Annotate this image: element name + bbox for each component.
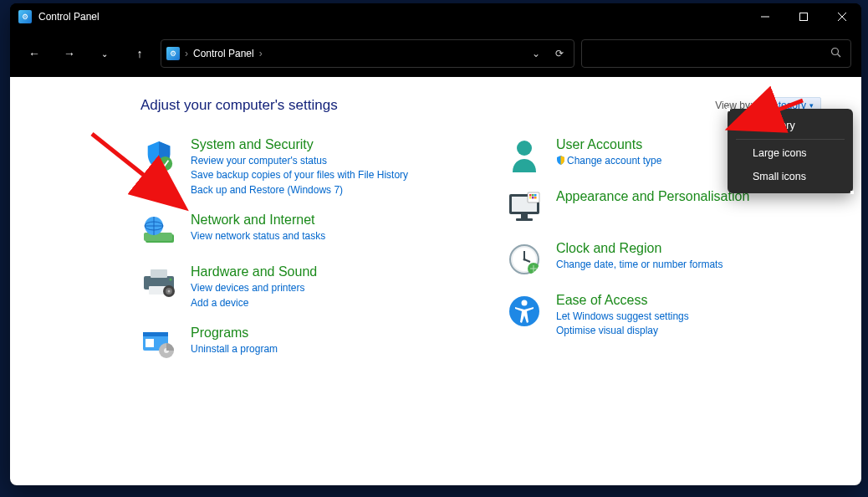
link-backup-restore[interactable]: Back up and Restore (Windows 7): [191, 183, 456, 197]
link-network-status[interactable]: View network status and tasks: [191, 229, 456, 243]
window-title: Control Panel: [38, 11, 100, 23]
monitor-icon: [506, 189, 543, 226]
category-network-internet: Network and Internet View network status…: [140, 213, 456, 249]
maximize-button[interactable]: [784, 3, 823, 30]
category-appearance-personalisation: Appearance and Personalisation: [506, 189, 821, 226]
content-area: Adjust your computer's settings View by:…: [10, 77, 861, 485]
svg-rect-35: [532, 197, 534, 199]
breadcrumb-separator-2: ›: [259, 48, 263, 59]
titlebar: Control Panel: [10, 3, 861, 30]
search-bar[interactable]: [581, 39, 851, 68]
breadcrumb-location[interactable]: Control Panel: [193, 48, 254, 59]
svg-rect-1: [800, 13, 808, 21]
svg-point-44: [522, 300, 528, 306]
navigation-bar: ← → ⌄ ↑ › Control Panel › ⌄ ⟳: [10, 30, 861, 77]
category-ease-of-access: Ease of Access Let Windows suggest setti…: [506, 293, 821, 339]
refresh-button[interactable]: ⟳: [550, 44, 569, 63]
link-suggest-settings[interactable]: Let Windows suggest settings: [556, 310, 821, 324]
cat-title-hardware-sound[interactable]: Hardware and Sound: [191, 264, 456, 279]
cat-title-ease-of-access[interactable]: Ease of Access: [556, 293, 821, 308]
link-review-status[interactable]: Review your computer's status: [191, 154, 456, 168]
svg-rect-34: [529, 197, 532, 199]
categories-grid: System and Security Review your computer…: [140, 137, 821, 362]
shield-icon: [140, 137, 177, 174]
printer-icon: [140, 264, 177, 301]
menu-separator: [736, 139, 845, 140]
link-devices-printers[interactable]: View devices and printers: [191, 281, 456, 295]
control-panel-icon: [18, 10, 32, 23]
search-icon[interactable]: [830, 47, 842, 61]
view-by-menu: Category Large icons Small icons: [728, 109, 853, 193]
svg-rect-14: [151, 269, 167, 278]
link-optimise-display[interactable]: Optimise visual display: [556, 324, 821, 338]
svg-rect-29: [516, 218, 533, 221]
close-button[interactable]: [823, 3, 861, 30]
svg-rect-22: [146, 339, 154, 347]
svg-rect-33: [534, 194, 537, 197]
address-dropdown-button[interactable]: ⌄: [527, 44, 545, 63]
menu-item-category[interactable]: Category: [728, 114, 853, 137]
link-add-device[interactable]: Add a device: [191, 296, 456, 310]
svg-rect-36: [534, 197, 537, 199]
back-button[interactable]: ←: [20, 39, 49, 68]
network-icon: [140, 213, 177, 249]
forward-button[interactable]: →: [55, 39, 84, 68]
svg-point-16: [170, 279, 172, 281]
cat-title-network-internet[interactable]: Network and Internet: [191, 213, 456, 228]
svg-rect-21: [143, 332, 168, 336]
address-icon: [166, 47, 180, 60]
category-hardware-sound: Hardware and Sound View devices and prin…: [140, 264, 456, 310]
link-change-formats[interactable]: Change date, time or number formats: [556, 258, 821, 272]
link-file-history[interactable]: Save backup copies of your files with Fi…: [191, 168, 456, 182]
svg-rect-31: [529, 194, 532, 197]
content-header: Adjust your computer's settings View by:…: [140, 97, 821, 114]
breadcrumb-separator: ›: [185, 48, 188, 59]
accessibility-icon: [506, 293, 543, 330]
category-programs: Programs Uninstall a program: [140, 325, 456, 362]
programs-icon: [140, 325, 177, 362]
svg-line-5: [838, 54, 841, 57]
category-clock-region: Clock and Region Change date, time or nu…: [506, 241, 821, 278]
recent-locations-button[interactable]: ⌄: [90, 39, 119, 68]
link-uninstall-program[interactable]: Uninstall a program: [191, 342, 456, 356]
control-panel-window: Control Panel ← → ⌄ ↑ › Control Panel › …: [10, 3, 861, 485]
category-system-security: System and Security Review your computer…: [140, 137, 456, 197]
cat-title-clock-region[interactable]: Clock and Region: [556, 241, 821, 256]
menu-item-small-icons[interactable]: Small icons: [728, 165, 853, 188]
user-icon: [506, 137, 543, 174]
svg-rect-32: [532, 194, 534, 197]
menu-item-large-icons[interactable]: Large icons: [728, 141, 853, 165]
categories-left-column: System and Security Review your computer…: [140, 137, 456, 362]
clock-icon: [506, 241, 543, 278]
svg-rect-28: [521, 214, 528, 218]
svg-point-4: [832, 48, 839, 54]
page-heading: Adjust your computer's settings: [140, 97, 338, 114]
minimize-button[interactable]: [746, 3, 784, 30]
svg-point-19: [168, 290, 171, 293]
up-button[interactable]: ↑: [125, 39, 154, 68]
search-input[interactable]: [590, 48, 830, 59]
svg-point-25: [517, 141, 532, 156]
address-bar[interactable]: › Control Panel › ⌄ ⟳: [161, 39, 574, 68]
window-controls: [746, 3, 861, 30]
svg-point-41: [523, 259, 526, 261]
cat-title-programs[interactable]: Programs: [191, 325, 456, 341]
cat-title-system-security[interactable]: System and Security: [191, 137, 456, 152]
